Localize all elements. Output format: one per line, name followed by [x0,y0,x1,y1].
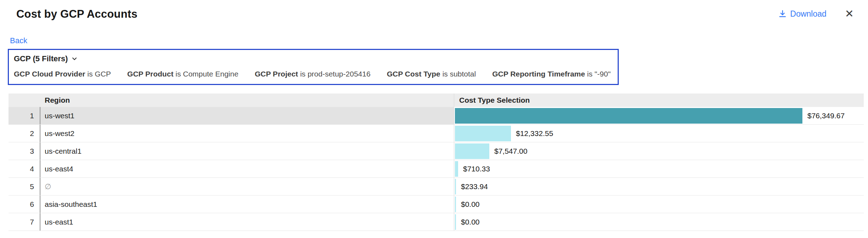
top-actions: Download ✕ [778,8,854,19]
back-link[interactable]: Back [10,36,27,45]
region-cell: ∅ [40,178,454,195]
row-index: 4 [9,160,40,177]
cost-value: $710.33 [463,165,490,173]
table-row[interactable]: 3us-central1$7,547.00 [9,142,864,160]
cost-by-gcp-accounts-panel: Cost by GCP Accounts Download ✕ Back GCP… [0,0,868,231]
cost-cell: $7,547.00 [454,142,864,160]
table-body: 1us-west1$76,349.672us-west2$12,332.553u… [9,107,864,231]
table-row[interactable]: 6asia-southeast1$0.00 [9,196,864,213]
cost-bar [455,161,458,177]
cost-cell: $710.33 [454,160,864,177]
filter-item[interactable]: GCP Cloud Provider is GCP [14,70,111,78]
filter-item-label: GCP Cost Type [387,70,440,78]
table-row[interactable]: 2us-west2$12,332.55 [9,125,864,142]
region-cell: asia-southeast1 [40,196,454,213]
cost-value: $0.00 [461,218,480,226]
cost-value: $12,332.55 [516,129,553,138]
cost-bar [455,197,456,212]
filter-box: GCP (5 Filters) GCP Cloud Provider is GC… [8,49,619,85]
filter-summary-label: GCP (5 Filters) [14,54,68,63]
region-cell: us-east1 [40,213,454,231]
cost-value: $7,547.00 [494,147,527,155]
row-index: 3 [9,142,40,160]
download-label: Download [790,9,827,19]
region-cell: us-west2 [40,125,454,142]
download-button[interactable]: Download [778,9,827,19]
cost-bar [455,108,802,124]
filter-item[interactable]: GCP Cost Type is subtotal [387,70,476,78]
cost-cell: $0.00 [454,196,864,213]
column-header-region: Region [40,94,454,107]
cost-cell: $76,349.67 [454,107,864,124]
filter-item-label: GCP Cloud Provider [14,70,85,78]
page-title: Cost by GCP Accounts [16,8,138,21]
filter-item-label: GCP Project [255,70,298,78]
cost-cell: $233.94 [454,178,864,195]
filter-summary-dropdown[interactable]: GCP (5 Filters) [14,54,78,63]
row-index: 1 [9,107,40,124]
top-bar: Cost by GCP Accounts Download ✕ [0,0,868,21]
column-header-cost: Cost Type Selection [454,94,864,107]
cost-bar [455,214,456,230]
filter-item-label: GCP Product [127,70,173,78]
cost-value: $76,349.67 [807,112,845,120]
close-icon[interactable]: ✕ [845,8,854,19]
cost-bar [455,179,456,194]
cost-table: Region Cost Type Selection 1us-west1$76,… [9,94,864,231]
cost-cell: $12,332.55 [454,125,864,142]
column-header-index [9,94,40,107]
filter-item-list: GCP Cloud Provider is GCPGCP Product is … [14,70,611,78]
region-cell: us-central1 [40,142,454,160]
table-row[interactable]: 5∅$233.94 [9,178,864,196]
cost-bar [455,143,489,159]
filter-item[interactable]: GCP Product is Compute Engine [127,70,239,78]
cost-value: $0.00 [461,200,480,209]
cost-bar [455,126,511,141]
cost-value: $233.94 [461,182,488,191]
filter-item[interactable]: GCP Reporting Timeframe is "-90" [492,70,611,78]
row-index: 2 [9,125,40,142]
row-index: 5 [9,178,40,195]
table-row[interactable]: 4us-east4$710.33 [9,160,864,178]
table-row[interactable]: 1us-west1$76,349.67 [9,107,864,125]
chevron-down-icon [71,56,78,62]
region-cell: us-west1 [40,107,454,124]
row-index: 7 [9,213,40,231]
table-header: Region Cost Type Selection [9,94,864,107]
cost-cell: $0.00 [454,213,864,231]
region-cell: us-east4 [40,160,454,177]
filter-item[interactable]: GCP Project is prod-setup-205416 [255,70,370,78]
download-icon [778,10,787,18]
table-row[interactable]: 7us-east1$0.00 [9,213,864,231]
row-index: 6 [9,196,40,213]
filter-item-label: GCP Reporting Timeframe [492,70,585,78]
